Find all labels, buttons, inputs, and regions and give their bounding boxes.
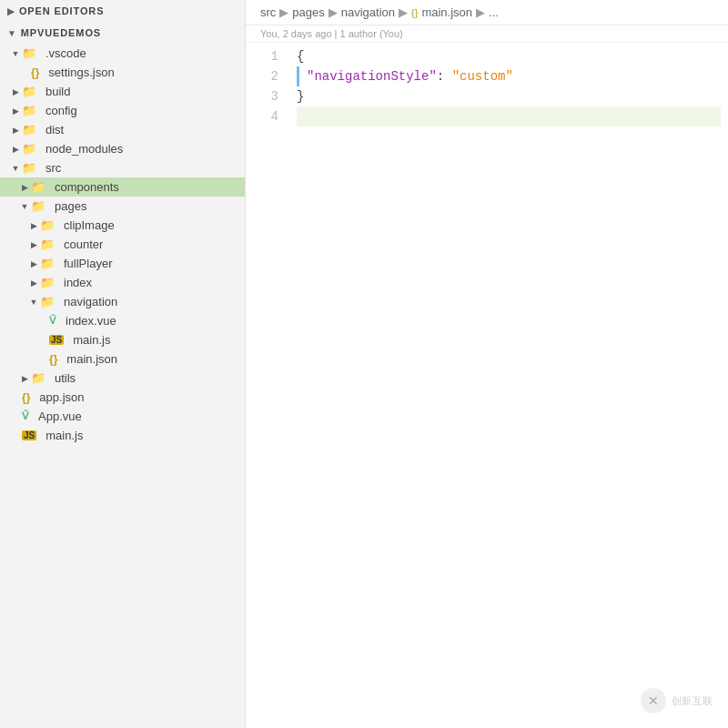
js-icon: JS (22, 430, 36, 440)
tree-item-components[interactable]: ▶ 📁 components (0, 177, 245, 197)
bc-navigation: navigation (341, 5, 395, 19)
breadcrumb: src ▶ pages ▶ navigation ▶ {} main.json … (246, 0, 728, 25)
tree-arrow: ▶ (9, 106, 22, 116)
tree-label: dist (46, 123, 64, 136)
tree-arrow: ▶ (18, 183, 31, 192)
tree-arrow: ▶ (27, 259, 40, 268)
bc-src: src (260, 5, 276, 19)
tree-item-counter[interactable]: ▶ 📁 counter (0, 235, 245, 254)
bc-json-icon: {} (411, 7, 418, 18)
code-line-3: } (297, 86, 721, 106)
tree-label: main.json (66, 352, 117, 366)
folder-icon: 📁 (40, 238, 55, 251)
tree-label: config (46, 104, 77, 117)
mpvuedemos-label: MPVUEDEMOS (21, 27, 101, 38)
tree-label: components (55, 180, 119, 194)
tree-arrow: ▶ (9, 126, 22, 135)
tree-item-app-vue[interactable]: V̈ App.vue (0, 407, 245, 426)
line-num-3: 3 (260, 86, 278, 106)
line-num-2: 2 (260, 66, 278, 86)
tree-label: .vscode (46, 46, 86, 60)
tree-item-index-folder[interactable]: ▶ 📁 index (0, 273, 245, 292)
json-icon: {} (49, 353, 57, 366)
folder-icon: 📁 (22, 142, 36, 156)
tok-value: "custom" (452, 66, 513, 86)
tree-label: clipImage (64, 218, 115, 232)
tree-item-vscode[interactable]: ▼ 📁 .vscode (0, 44, 245, 63)
tree-item-index-vue[interactable]: V̈ index.vue (0, 311, 245, 330)
mpvuedemos-arrow: ▼ (7, 28, 17, 38)
js-icon: JS (49, 335, 64, 345)
tree-item-main-json[interactable]: {} main.json (0, 349, 245, 369)
bc-ellipsis: ... (489, 5, 499, 19)
folder-icon: 📁 (40, 276, 55, 289)
tree-label: app.json (39, 390, 84, 404)
tree-label: App.vue (38, 410, 82, 423)
tree-item-utils[interactable]: ▶ 📁 utils (0, 369, 245, 388)
folder-icon: 📁 (22, 46, 36, 60)
tree-arrow: ▶ (9, 87, 22, 96)
line-numbers: 1 2 3 4 (246, 46, 289, 728)
tree-item-src[interactable]: ▼ 📁 src (0, 158, 245, 177)
mpvuedemos-header[interactable]: ▼ MPVUEDEMOS (0, 22, 245, 44)
tok-brace-open: { (297, 46, 304, 66)
tree-item-main-js[interactable]: JS main.js (0, 330, 245, 349)
open-editors-arrow: ▶ (7, 6, 15, 16)
tree-label: navigation (64, 295, 117, 308)
editor-panel: src ▶ pages ▶ navigation ▶ {} main.json … (246, 0, 728, 728)
tok-colon: : (437, 66, 452, 86)
watermark-logo: ✕ (641, 688, 666, 713)
open-editors-label: OPEN EDITORS (19, 5, 104, 16)
tree-item-fullplayer[interactable]: ▶ 📁 fullPlayer (0, 254, 245, 273)
tree-arrow: ▼ (9, 49, 22, 58)
tree-label: main.js (73, 333, 110, 347)
tok-key: "navigationStyle" (307, 66, 437, 86)
tree-arrow: ▶ (27, 221, 40, 230)
tree-arrow: ▶ (27, 278, 40, 288)
folder-icon: 📁 (22, 161, 36, 175)
watermark-text: 创新互联 (672, 694, 713, 708)
tree-label: fullPlayer (64, 257, 112, 270)
tree-label: main.js (46, 429, 83, 442)
git-change-bar (297, 66, 299, 86)
blame-info: You, 2 days ago | 1 author (You) (246, 25, 728, 43)
folder-icon: 📁 (40, 295, 55, 308)
tree-label: index.vue (66, 314, 116, 328)
tree-label: node_modules (46, 142, 123, 156)
tree-item-navigation[interactable]: ▼ 📁 navigation (0, 292, 245, 311)
folder-icon: 📁 (31, 199, 46, 213)
tree-item-build[interactable]: ▶ 📁 build (0, 82, 245, 101)
code-line-4 (297, 106, 721, 126)
tree-item-clipimage[interactable]: ▶ 📁 clipImage (0, 216, 245, 235)
json-icon: {} (31, 66, 39, 79)
tree-label: settings.json (48, 66, 114, 79)
tree-arrow: ▶ (27, 240, 40, 249)
folder-icon: 📁 (22, 104, 36, 117)
tree-item-app-json[interactable]: {} app.json (0, 388, 245, 407)
vue-icon: V̈ (49, 315, 56, 327)
folder-icon: 📁 (31, 180, 46, 194)
json-icon: {} (22, 391, 30, 404)
tree-arrow: ▼ (27, 298, 40, 307)
tree-label: src (46, 161, 61, 175)
tree-arrow: ▼ (9, 164, 22, 173)
folder-icon: 📁 (40, 218, 55, 232)
tree-item-pages[interactable]: ▼ 📁 pages (0, 197, 245, 216)
file-tree: ▼ 📁 .vscode {} settings.json ▶ 📁 build ▶… (0, 44, 245, 445)
open-editors-header[interactable]: ▶ OPEN EDITORS (0, 0, 245, 22)
folder-icon: 📁 (40, 257, 55, 270)
tree-item-dist[interactable]: ▶ 📁 dist (0, 120, 245, 139)
tree-arrow: ▶ (9, 145, 22, 154)
code-line-1: { (297, 46, 721, 66)
code-editor[interactable]: 1 2 3 4 { "navigationStyle" : "custom" } (246, 43, 728, 728)
tree-label: utils (55, 371, 76, 385)
tree-label: build (46, 85, 70, 98)
watermark: ✕ 创新互联 (641, 688, 713, 713)
tree-item-node_modules[interactable]: ▶ 📁 node_modules (0, 139, 245, 158)
tree-item-settings-json[interactable]: {} settings.json (0, 63, 245, 82)
tree-arrow: ▼ (18, 202, 31, 211)
tree-item-config[interactable]: ▶ 📁 config (0, 101, 245, 120)
tree-item-main-js-root[interactable]: JS main.js (0, 426, 245, 445)
file-explorer: ▶ OPEN EDITORS ▼ MPVUEDEMOS ▼ 📁 .vscode … (0, 0, 246, 728)
tree-label: pages (55, 199, 86, 213)
